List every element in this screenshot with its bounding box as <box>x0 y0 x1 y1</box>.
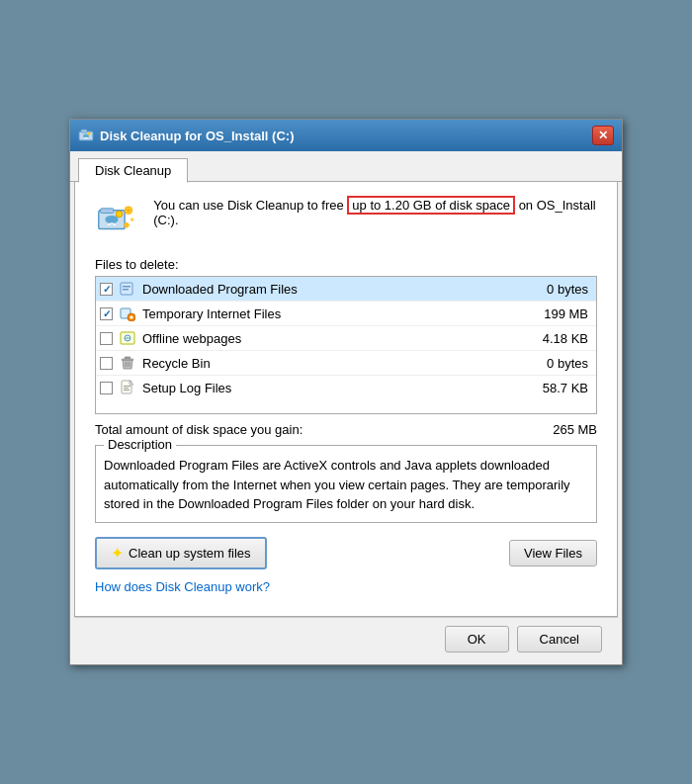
file-name-4: Setup Log Files <box>142 381 537 395</box>
file-icon-4 <box>119 379 136 396</box>
file-checkbox-2[interactable] <box>100 332 113 345</box>
recycle-bin-icon <box>119 354 136 372</box>
cleanup-system-files-button[interactable]: ✦ Clean up system files <box>95 537 267 569</box>
file-size-4: 58.7 KB <box>543 381 592 395</box>
file-checkbox-0[interactable]: ✓ <box>100 283 113 296</box>
window-title: Disk Cleanup for OS_Install (C:) <box>100 129 294 143</box>
svg-rect-21 <box>124 386 130 387</box>
svg-point-5 <box>105 216 118 223</box>
button-row: ✦ Clean up system files View Files <box>95 537 597 569</box>
total-row: Total amount of disk space you gain: 265… <box>95 422 597 437</box>
description-group: Description Downloaded Program Files are… <box>95 445 597 523</box>
file-icon-2 <box>119 329 136 347</box>
svg-rect-19 <box>122 359 133 361</box>
description-text: Downloaded Program Files are ActiveX con… <box>104 456 588 514</box>
total-label: Total amount of disk space you gain: <box>95 422 303 437</box>
disk-cleanup-icon <box>95 198 139 245</box>
file-icon-0 <box>119 280 136 298</box>
svg-rect-22 <box>124 388 129 389</box>
file-size-2: 4.18 KB <box>543 331 592 346</box>
title-icon <box>78 128 94 143</box>
svg-rect-12 <box>123 286 130 288</box>
files-list[interactable]: ✓ Downloaded Program Files 0 bytes ✓ <box>95 276 597 414</box>
ok-button[interactable]: OK <box>445 626 509 653</box>
svg-rect-2 <box>81 130 87 132</box>
title-bar-left: Disk Cleanup for OS_Install (C:) <box>78 128 294 143</box>
file-name-0: Downloaded Program Files <box>142 282 541 297</box>
svg-rect-18 <box>125 357 130 359</box>
how-disk-cleanup-works-link[interactable]: How does Disk Cleanup work? <box>95 579 270 594</box>
cancel-button[interactable]: Cancel <box>517 626 602 653</box>
tab-disk-cleanup[interactable]: Disk Cleanup <box>78 158 188 183</box>
view-files-button[interactable]: View Files <box>509 540 597 566</box>
intro-text: You can use Disk Cleanup to free up to 1… <box>153 198 597 227</box>
file-icon-1 <box>119 305 136 322</box>
tab-bar: Disk Cleanup <box>70 151 622 182</box>
title-bar: Disk Cleanup for OS_Install (C:) ✕ <box>70 120 622 151</box>
file-name-3: Recycle Bin <box>142 356 541 371</box>
disk-cleanup-window: Disk Cleanup for OS_Install (C:) ✕ Disk … <box>69 119 623 665</box>
svg-rect-23 <box>124 390 130 391</box>
intro-row: You can use Disk Cleanup to free up to 1… <box>95 198 597 245</box>
svg-point-7 <box>116 211 123 218</box>
file-size-1: 199 MB <box>544 306 592 321</box>
file-size-0: 0 bytes <box>547 282 592 297</box>
table-row[interactable]: ✓ Downloaded Program Files 0 bytes <box>96 277 596 302</box>
bottom-bar: OK Cancel <box>74 617 618 660</box>
table-row[interactable]: Setup Log Files 58.7 KB <box>96 376 596 399</box>
svg-rect-13 <box>123 289 129 291</box>
svg-point-10 <box>130 218 133 221</box>
file-checkbox-1[interactable]: ✓ <box>100 307 113 320</box>
file-name-1: Temporary Internet Files <box>142 306 538 321</box>
file-size-3: 0 bytes <box>547 356 592 371</box>
file-name-2: Offline webpages <box>142 331 537 346</box>
file-checkbox-3[interactable] <box>100 357 113 370</box>
svg-point-3 <box>88 132 91 135</box>
table-row[interactable]: ✓ Temporary Internet Files 199 MB <box>96 302 596 326</box>
files-label: Files to delete: <box>95 257 597 272</box>
disk-space-highlight: up to 1.20 GB of disk space <box>347 196 515 215</box>
cleanup-star-icon: ✦ <box>111 544 124 563</box>
close-button[interactable]: ✕ <box>592 126 614 145</box>
table-row[interactable]: Offline webpages 4.18 KB <box>96 326 596 351</box>
link-row: How does Disk Cleanup work? <box>95 579 597 594</box>
table-row[interactable]: Recycle Bin 0 bytes <box>96 351 596 376</box>
total-value: 265 MB <box>553 422 597 437</box>
svg-rect-6 <box>101 209 114 214</box>
main-content: You can use Disk Cleanup to free up to 1… <box>74 182 618 617</box>
description-legend: Description <box>104 437 176 452</box>
file-checkbox-4[interactable] <box>100 382 113 394</box>
